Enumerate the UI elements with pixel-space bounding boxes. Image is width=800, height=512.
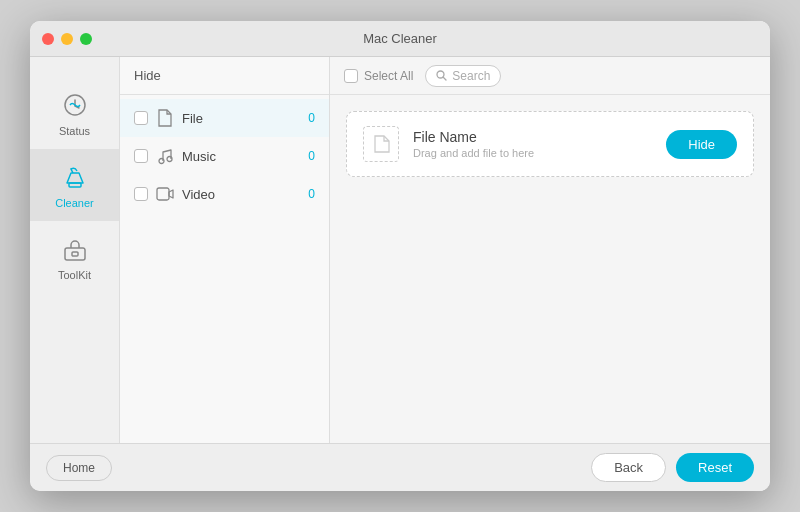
middle-panel: Hide File 0: [120, 57, 330, 443]
file-drop-card: File Name Drag and add file to here Hide: [346, 111, 754, 177]
sidebar: Status Cleaner: [30, 57, 120, 443]
toolkit-icon: [59, 233, 91, 265]
right-header: Select All Search: [330, 57, 770, 95]
select-all-checkbox[interactable]: [344, 69, 358, 83]
file-item-label: File: [182, 111, 300, 126]
hide-button[interactable]: Hide: [666, 130, 737, 159]
svg-rect-2: [72, 252, 78, 256]
sidebar-item-toolkit[interactable]: ToolKit: [30, 221, 119, 293]
bottom-right-buttons: Back Reset: [591, 453, 754, 482]
window-title: Mac Cleaner: [363, 31, 437, 46]
list-item-file[interactable]: File 0: [120, 99, 329, 137]
file-list: File 0 Music 0: [120, 95, 329, 443]
close-button[interactable]: [42, 33, 54, 45]
svg-rect-0: [69, 183, 81, 187]
toolkit-label: ToolKit: [58, 269, 91, 281]
select-all-area[interactable]: Select All: [344, 69, 413, 83]
file-card-name: File Name: [413, 129, 652, 145]
video-item-label: Video: [182, 187, 300, 202]
video-type-icon: [156, 185, 174, 203]
cleaner-icon: [59, 161, 91, 193]
sidebar-item-status[interactable]: Status: [30, 77, 119, 149]
status-label: Status: [59, 125, 90, 137]
maximize-button[interactable]: [80, 33, 92, 45]
reset-button[interactable]: Reset: [676, 453, 754, 482]
list-item-music[interactable]: Music 0: [120, 137, 329, 175]
file-item-count: 0: [308, 111, 315, 125]
traffic-lights: [42, 33, 92, 45]
file-card-subtitle: Drag and add file to here: [413, 147, 652, 159]
back-button[interactable]: Back: [591, 453, 666, 482]
titlebar: Mac Cleaner: [30, 21, 770, 57]
video-checkbox[interactable]: [134, 187, 148, 201]
svg-point-6: [437, 71, 444, 78]
home-button[interactable]: Home: [46, 455, 112, 481]
search-placeholder: Search: [452, 69, 490, 83]
search-icon: [436, 70, 447, 81]
app-window: Mac Cleaner Status: [30, 21, 770, 491]
svg-rect-1: [65, 248, 85, 260]
file-checkbox[interactable]: [134, 111, 148, 125]
list-item-video[interactable]: Video 0: [120, 175, 329, 213]
middle-panel-header: Hide: [120, 57, 329, 95]
search-box[interactable]: Search: [425, 65, 501, 87]
music-type-icon: [156, 147, 174, 165]
file-type-icon: [156, 109, 174, 127]
right-panel: Select All Search: [330, 57, 770, 443]
svg-rect-5: [157, 188, 169, 200]
select-all-label: Select All: [364, 69, 413, 83]
minimize-button[interactable]: [61, 33, 73, 45]
file-card-info: File Name Drag and add file to here: [413, 129, 652, 159]
sidebar-item-cleaner[interactable]: Cleaner: [30, 149, 119, 221]
cleaner-label: Cleaner: [55, 197, 94, 209]
file-placeholder-icon: [363, 126, 399, 162]
right-content: File Name Drag and add file to here Hide: [330, 95, 770, 443]
music-checkbox[interactable]: [134, 149, 148, 163]
status-icon: [59, 89, 91, 121]
music-item-count: 0: [308, 149, 315, 163]
main-content: Status Cleaner: [30, 57, 770, 443]
music-item-label: Music: [182, 149, 300, 164]
video-item-count: 0: [308, 187, 315, 201]
bottom-bar: Home Back Reset: [30, 443, 770, 491]
